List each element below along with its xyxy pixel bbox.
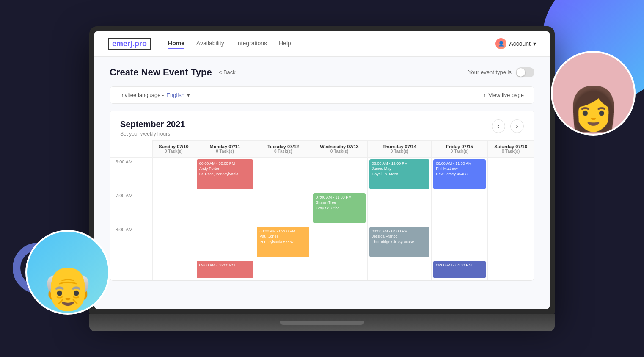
event-type-toggle[interactable]: [516, 67, 534, 77]
screen-content: emerj.pro Home Availability Integrations…: [94, 31, 550, 309]
cell-8am-sunday[interactable]: [153, 225, 195, 259]
cell-9am-sunday[interactable]: [153, 259, 195, 280]
event-time: 06:00 AM - 02:00 PM: [199, 161, 251, 166]
cell-7am-tuesday[interactable]: [255, 191, 311, 225]
next-month-button[interactable]: ›: [510, 119, 524, 133]
nav-home[interactable]: Home: [168, 38, 184, 49]
back-button[interactable]: < Back: [219, 69, 236, 75]
cell-6am-thursday[interactable]: 06:00 AM - 12:00 PM James May Royal Ln. …: [367, 157, 432, 191]
account-chevron: ▾: [533, 40, 536, 47]
event-name: Shawn Tree: [316, 200, 363, 205]
event-location: St. Utica, Pennsylvania: [199, 172, 251, 177]
calendar-header: September 2021 Set your weekly hours ‹ ›: [110, 111, 534, 140]
avatar-left: 👴: [25, 230, 110, 315]
cell-9am-friday[interactable]: 09:00 AM - 04:00 PM: [432, 259, 488, 280]
day-header-monday: Monday 07/11 0 Task(s): [195, 140, 255, 157]
cell-6am-tuesday[interactable]: [255, 157, 311, 191]
event-6am-friday[interactable]: 06:00 AM - 11:00 AM Phil Matthew New Jer…: [433, 159, 486, 189]
event-location: Thornridge Cir. Syracuse: [372, 239, 427, 245]
time-label-7am: 7:00 AM: [110, 191, 153, 225]
account-label: Account: [509, 40, 531, 47]
toggle-section: Your event type is: [468, 67, 534, 77]
navigation-bar: emerj.pro Home Availability Integrations…: [94, 31, 550, 57]
cell-8am-friday[interactable]: [432, 225, 488, 259]
cell-9am-tuesday[interactable]: [255, 259, 311, 280]
cell-7am-sunday[interactable]: [153, 191, 195, 225]
cell-7am-friday[interactable]: [432, 191, 488, 225]
event-9am-friday[interactable]: 09:00 AM - 04:00 PM: [433, 261, 486, 278]
nav-availability[interactable]: Availability: [196, 38, 224, 49]
day-header-thursday: Thursday 07/14 0 Task(s): [367, 140, 432, 157]
calendar-grid: Sunday 07/10 0 Task(s) Monday 07/11 0 Ta…: [110, 140, 534, 280]
account-avatar: 👤: [495, 38, 506, 49]
laptop-notch: [280, 321, 364, 325]
event-9am-monday[interactable]: 09:00 AM - 05:00 PM: [197, 261, 253, 278]
calendar-subtitle: Set your weekly hours: [120, 131, 185, 137]
event-6am-thursday[interactable]: 06:00 AM - 12:00 PM James May Royal Ln. …: [369, 159, 430, 189]
language-selector[interactable]: Invitee language - English ▾: [120, 92, 190, 98]
event-name: Paul Jones: [259, 234, 307, 239]
event-time: 09:00 AM - 05:00 PM: [199, 263, 251, 268]
event-8am-thursday[interactable]: 08:00 AM - 04:00 PM Jessica Franco Thorn…: [369, 227, 430, 257]
toggle-label: Your event type is: [468, 69, 512, 75]
account-menu[interactable]: 👤 Account ▾: [495, 38, 536, 49]
screen-frame: emerj.pro Home Availability Integrations…: [89, 26, 555, 314]
event-location: Pennsylvania 57867: [259, 239, 307, 245]
cell-8am-thursday[interactable]: 08:00 AM - 04:00 PM Jessica Franco Thorn…: [367, 225, 432, 259]
time-label-9am: [110, 259, 153, 280]
cell-6am-monday[interactable]: 06:00 AM - 02:00 PM Andy Porter St. Utic…: [195, 157, 255, 191]
cell-6am-wednesday[interactable]: [311, 157, 368, 191]
cell-7am-saturday[interactable]: [488, 191, 534, 225]
event-time: 06:00 AM - 11:00 AM: [436, 161, 483, 166]
page-header: Create New Event Type < Back Your event …: [110, 67, 534, 78]
nav-help[interactable]: Help: [279, 38, 291, 49]
event-time: 06:00 AM - 12:00 PM: [372, 161, 427, 166]
day-header-saturday: Saturday 07/16 0 Task(s): [488, 140, 534, 157]
language-bar: Invitee language - English ▾ ↑ View live…: [110, 86, 534, 104]
event-8am-tuesday[interactable]: 08:00 AM - 02:00 PM Paul Jones Pennsylva…: [257, 227, 309, 257]
cell-6am-friday[interactable]: 06:00 AM - 11:00 AM Phil Matthew New Jer…: [432, 157, 488, 191]
day-header-wednesday: Wednesday 07/13 0 Task(s): [311, 140, 368, 157]
event-name: Andy Porter: [199, 166, 251, 172]
day-header-friday: Friday 07/15 0 Task(s): [432, 140, 488, 157]
page-content: Create New Event Type < Back Your event …: [94, 57, 550, 309]
view-live-button[interactable]: ↑ View live page: [483, 92, 524, 98]
cell-9am-wednesday[interactable]: [311, 259, 368, 280]
cell-8am-tuesday[interactable]: 08:00 AM - 02:00 PM Paul Jones Pennsylva…: [255, 225, 311, 259]
time-label-6am: 6:00 AM: [110, 157, 153, 191]
time-column-header: [110, 140, 153, 157]
day-header-sunday: Sunday 07/10 0 Task(s): [153, 140, 195, 157]
avatar-right: 👩: [551, 51, 636, 136]
event-name: Phil Matthew: [436, 166, 483, 172]
cell-9am-saturday[interactable]: [488, 259, 534, 280]
laptop-frame: emerj.pro Home Availability Integrations…: [89, 26, 555, 331]
logo: emerj.pro: [108, 38, 151, 50]
cell-6am-saturday[interactable]: [488, 157, 534, 191]
cell-6am-sunday[interactable]: [153, 157, 195, 191]
laptop-base: [89, 314, 555, 331]
event-7am-wednesday[interactable]: 07:00 AM - 11:00 PM Shawn Tree Gray St. …: [313, 193, 366, 223]
nav-integrations[interactable]: Integrations: [236, 38, 267, 49]
event-time: 09:00 AM - 04:00 PM: [436, 263, 483, 268]
event-location: New Jersey 45463: [436, 172, 483, 177]
language-prefix: Invitee language -: [120, 92, 164, 98]
event-6am-monday[interactable]: 06:00 AM - 02:00 PM Andy Porter St. Utic…: [197, 159, 253, 189]
event-name: James May: [372, 166, 427, 172]
calendar-month: September 2021: [120, 119, 185, 129]
calendar-container: September 2021 Set your weekly hours ‹ ›: [110, 111, 534, 281]
cell-8am-wednesday[interactable]: [311, 225, 368, 259]
language-chevron: ▾: [187, 92, 190, 98]
cell-9am-thursday[interactable]: [367, 259, 432, 280]
time-label-8am: 8:00 AM: [110, 225, 153, 259]
cell-7am-wednesday[interactable]: 07:00 AM - 11:00 PM Shawn Tree Gray St. …: [311, 191, 368, 225]
view-live-label: View live page: [488, 92, 524, 98]
cell-8am-saturday[interactable]: [488, 225, 534, 259]
prev-month-button[interactable]: ‹: [492, 119, 505, 133]
cell-7am-thursday[interactable]: [367, 191, 432, 225]
nav-items: Home Availability Integrations Help: [168, 38, 495, 49]
time-row-6am: 6:00 AM 06:00 AM - 02:00 PM Andy Porter …: [110, 157, 534, 191]
cell-8am-monday[interactable]: [195, 225, 255, 259]
cell-9am-monday[interactable]: 09:00 AM - 05:00 PM: [195, 259, 255, 280]
calendar-title-block: September 2021 Set your weekly hours: [120, 119, 185, 137]
cell-7am-monday[interactable]: [195, 191, 255, 225]
